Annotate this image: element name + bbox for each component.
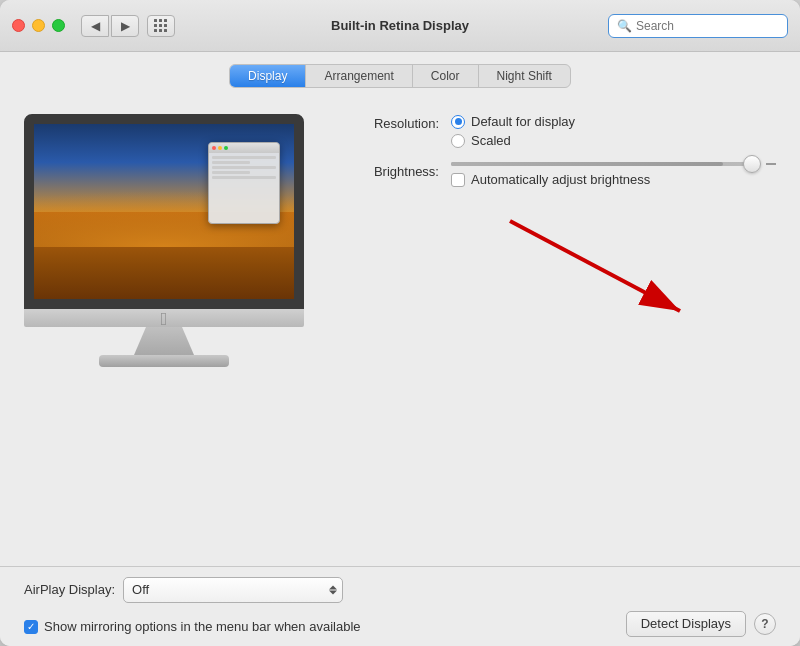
brightness-row: Brightness: Automatically adjust brightn… [344, 162, 776, 187]
apple-logo:  [161, 309, 168, 330]
overlay-close [212, 146, 216, 150]
tabbar: Display Arrangement Color Night Shift [0, 52, 800, 96]
bottom-right-actions: Detect Displays ? [626, 611, 776, 637]
main-content:  Resolution: [0, 96, 800, 566]
monitor-base [99, 355, 229, 367]
svg-line-1 [510, 221, 680, 311]
tab-display[interactable]: Display [230, 65, 306, 87]
back-icon: ◀ [91, 19, 100, 33]
nav-buttons: ◀ ▶ [81, 15, 139, 37]
radio-default[interactable]: Default for display [451, 114, 776, 129]
forward-icon: ▶ [121, 19, 130, 33]
search-input[interactable] [636, 19, 779, 33]
red-arrow-svg [344, 201, 776, 341]
airplay-row: AirPlay Display: Off [24, 577, 776, 603]
radio-scaled[interactable]: Scaled [451, 133, 776, 148]
tab-color[interactable]: Color [413, 65, 479, 87]
brightness-slider-wrap [451, 162, 776, 166]
content-line-5 [212, 176, 276, 179]
traffic-lights [12, 19, 65, 32]
brightness-slider-filled [451, 162, 723, 166]
slider-line-end [766, 163, 776, 165]
overlay-minimize [218, 146, 222, 150]
monitor-chin:  [24, 309, 304, 327]
tab-night-shift[interactable]: Night Shift [479, 65, 570, 87]
airplay-select[interactable]: Off [123, 577, 343, 603]
mirroring-label: Show mirroring options in the menu bar w… [44, 619, 361, 634]
content-line-4 [212, 171, 250, 174]
grid-icon [154, 19, 168, 33]
monitor-body [24, 114, 304, 309]
auto-brightness-checkbox[interactable] [451, 173, 465, 187]
main-window: ◀ ▶ Built-in Retina Display 🔍 Display Ar… [0, 0, 800, 646]
airplay-label: AirPlay Display: [24, 582, 115, 597]
radio-default-label: Default for display [471, 114, 575, 129]
bottom-actions-row: ✓ Show mirroring options in the menu bar… [24, 611, 776, 637]
arrow-annotation [344, 201, 776, 341]
help-button[interactable]: ? [754, 613, 776, 635]
monitor:  [24, 114, 304, 367]
screen-overlay-window [208, 142, 280, 224]
radio-scaled-label: Scaled [471, 133, 511, 148]
auto-brightness-label: Automatically adjust brightness [471, 172, 650, 187]
monitor-stand [134, 327, 194, 355]
content-line-3 [212, 166, 276, 169]
forward-button[interactable]: ▶ [111, 15, 139, 37]
overlay-maximize [224, 146, 228, 150]
resolution-control: Default for display Scaled [451, 114, 776, 148]
close-button[interactable] [12, 19, 25, 32]
settings-panel: Resolution: Default for display [344, 106, 776, 341]
detect-displays-button[interactable]: Detect Displays [626, 611, 746, 637]
grid-button[interactable] [147, 15, 175, 37]
brightness-label: Brightness: [344, 162, 439, 179]
titlebar: ◀ ▶ Built-in Retina Display 🔍 [0, 0, 800, 52]
search-box[interactable]: 🔍 [608, 14, 788, 38]
resolution-row: Resolution: Default for display [344, 114, 776, 148]
radio-group: Default for display Scaled [451, 114, 776, 148]
tabs-container: Display Arrangement Color Night Shift [229, 64, 571, 88]
monitor-screen [34, 124, 294, 299]
display-section:  Resolution: [24, 106, 776, 367]
bottom-bar: AirPlay Display: Off ✓ Sh [0, 566, 800, 646]
auto-brightness-row: Automatically adjust brightness [451, 172, 776, 187]
resolution-label: Resolution: [344, 114, 439, 131]
content-line-1 [212, 156, 276, 159]
overlay-content [209, 153, 279, 184]
brightness-slider-thumb[interactable] [743, 155, 761, 173]
overlay-titlebar [209, 143, 279, 153]
search-icon: 🔍 [617, 19, 632, 33]
maximize-button[interactable] [52, 19, 65, 32]
mirroring-row: ✓ Show mirroring options in the menu bar… [24, 619, 361, 634]
checkmark-icon: ✓ [27, 622, 35, 632]
airplay-select-wrap: Off [123, 577, 343, 603]
brightness-slider-track[interactable] [451, 162, 760, 166]
radio-default-circle[interactable] [451, 115, 465, 129]
content-line-2 [212, 161, 250, 164]
window-title: Built-in Retina Display [331, 18, 469, 33]
radio-default-dot [455, 118, 462, 125]
monitor-illustration:  [24, 114, 314, 367]
mirroring-checkbox[interactable]: ✓ [24, 620, 38, 634]
brightness-control: Automatically adjust brightness [451, 162, 776, 187]
tab-arrangement[interactable]: Arrangement [306, 65, 412, 87]
radio-scaled-circle[interactable] [451, 134, 465, 148]
back-button[interactable]: ◀ [81, 15, 109, 37]
minimize-button[interactable] [32, 19, 45, 32]
